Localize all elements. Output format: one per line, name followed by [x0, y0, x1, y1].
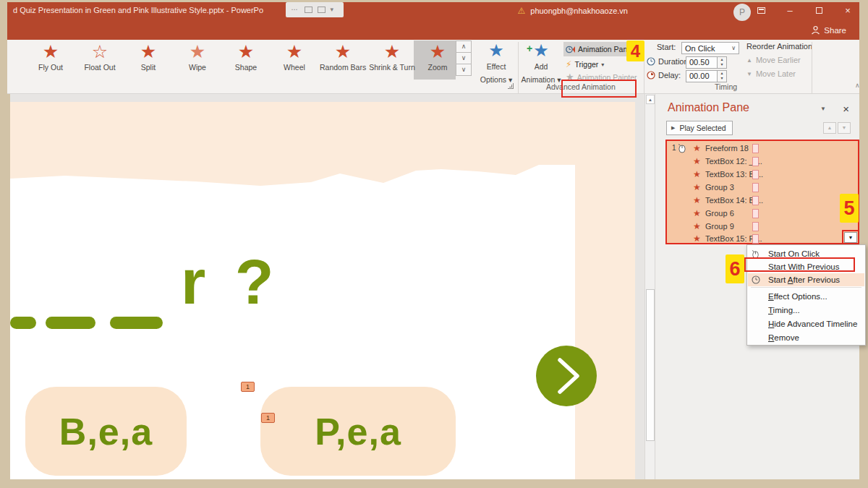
- animation-pane-button[interactable]: Animation Pane: [563, 42, 634, 56]
- timeline-bar[interactable]: [752, 183, 759, 192]
- start-label: Start:: [657, 43, 676, 51]
- share-button[interactable]: Share: [811, 25, 846, 35]
- pane-move-up-button[interactable]: ▲: [823, 122, 836, 134]
- grid-icon[interactable]: ⋯: [292, 7, 299, 13]
- pane-close-icon[interactable]: ×: [843, 103, 849, 115]
- reorder-header: Reorder Animation: [746, 42, 812, 51]
- menu-item-start-after-previous[interactable]: Start After Previous: [748, 273, 864, 286]
- ribbon-display-options-button[interactable]: [755, 5, 767, 16]
- duration-spinner[interactable]: 00.50 ▴▾: [686, 56, 727, 69]
- gallery-scroll-down-button[interactable]: ∨: [456, 52, 472, 64]
- answer-box-left[interactable]: B,e,a: [25, 387, 187, 476]
- gallery-item-random-bars[interactable]: ★ Random Bars: [320, 42, 366, 80]
- move-later-button[interactable]: ▼ Move Later: [746, 69, 812, 78]
- menu-item-effect-options[interactable]: Effect Options...: [748, 290, 864, 303]
- share-label: Share: [824, 26, 846, 35]
- gallery-item-split[interactable]: ★ Split: [125, 42, 171, 80]
- wheel-star-icon: ★: [271, 42, 318, 61]
- menu-item-remove[interactable]: Remove: [748, 331, 864, 344]
- avatar[interactable]: P: [733, 4, 751, 21]
- animation-number-badge[interactable]: 1: [261, 413, 275, 423]
- animation-pane-icon: [566, 45, 576, 54]
- gallery-item-fly-out[interactable]: ★ Fly Out: [27, 42, 74, 80]
- gallery-scroll-buttons: ∧ ∨ ∨: [456, 41, 472, 78]
- gallery-item-float-out[interactable]: ☆ Float Out: [77, 42, 123, 80]
- blank-dash: [110, 317, 163, 329]
- annotation-step-6: 6: [726, 254, 744, 283]
- animation-item[interactable]: ★ Group 9: [667, 221, 858, 234]
- question-text: r ?: [181, 245, 279, 319]
- delay-clock-icon: [647, 71, 655, 80]
- shape-star-icon: ★: [223, 42, 269, 61]
- star-icon: ★: [693, 208, 701, 218]
- animation-item[interactable]: ★ TextBox 14: B,...: [667, 194, 858, 207]
- timeline-bar[interactable]: [752, 234, 759, 244]
- duration-spin-buttons[interactable]: ▴▾: [718, 56, 727, 69]
- star-icon: ★: [693, 221, 701, 231]
- annotation-box-dropdown: [842, 230, 859, 245]
- timeline-bar[interactable]: [752, 157, 759, 166]
- animation-item[interactable]: 1 ★ Freeform 18: [667, 142, 858, 155]
- gallery-item-shrink-turn[interactable]: ★ Shrink & Turn: [369, 42, 415, 80]
- timeline-bar[interactable]: [752, 222, 759, 231]
- triangle-up-icon: ▲: [746, 57, 752, 64]
- timeline-bar[interactable]: [752, 196, 759, 205]
- menu-item-hide-advanced-timeline[interactable]: Hide Advanced Timeline: [748, 317, 864, 330]
- annotation-step-4: 4: [626, 40, 644, 61]
- close-button[interactable]: ×: [842, 5, 854, 16]
- delay-spinner[interactable]: 00.00 ▴▾: [686, 70, 727, 82]
- clock-icon: [752, 275, 760, 284]
- restore-icon: [816, 7, 822, 14]
- animation-item[interactable]: ★ Group 3: [667, 181, 858, 194]
- timeline-bar[interactable]: [752, 170, 759, 179]
- effect-options-star-icon: ★: [476, 41, 516, 59]
- annotation-box-start-with-previous: [744, 257, 855, 272]
- gallery-scroll-up-button[interactable]: ∧: [456, 40, 472, 53]
- pane-move-down-button[interactable]: ▼: [838, 122, 851, 134]
- menu-separator: [751, 287, 861, 288]
- timeline-bar[interactable]: [752, 144, 759, 153]
- move-earlier-button[interactable]: ▲ Move Earlier: [746, 56, 812, 64]
- next-arrow-button[interactable]: [536, 346, 597, 406]
- split-star-icon: ★: [125, 42, 171, 61]
- slide-canvas[interactable]: r ? B,e,a P,e,a 1 1: [10, 102, 635, 479]
- reorder-animation-group: Reorder Animation ▲ Move Earlier ▼ Move …: [746, 42, 812, 78]
- chevron-down-icon[interactable]: ▾: [331, 7, 339, 13]
- scrollbar-thumb[interactable]: [646, 289, 655, 441]
- menu-item-timing[interactable]: Timing...: [748, 304, 864, 317]
- effect-options-button[interactable]: ★ Effect Options ▾: [476, 41, 516, 82]
- start-dropdown[interactable]: On Click ∨: [681, 42, 739, 54]
- timeline-bar[interactable]: [752, 209, 759, 218]
- duration-clock-icon: [647, 57, 655, 66]
- trigger-button[interactable]: ⚡ Trigger ▾: [566, 59, 604, 69]
- gallery-item-shape[interactable]: ★ Shape: [223, 42, 269, 80]
- gallery-more-button[interactable]: ∨: [456, 64, 472, 76]
- delay-spin-buttons[interactable]: ▴▾: [718, 70, 727, 82]
- screen-icon[interactable]: [318, 7, 326, 13]
- collapse-ribbon-icon[interactable]: ∧: [855, 82, 860, 89]
- slide-scrollbar[interactable]: ▲: [644, 94, 655, 479]
- restore-button[interactable]: [813, 5, 825, 16]
- gallery-item-wipe[interactable]: ★ Wipe: [174, 42, 221, 80]
- add-animation-button[interactable]: ★+ Add Animation ▾: [521, 41, 561, 82]
- animation-item[interactable]: ★ Group 6: [667, 207, 858, 221]
- random-bars-star-icon: ★: [320, 42, 366, 61]
- chevron-down-icon: ∨: [731, 45, 736, 51]
- animation-item[interactable]: ★ TextBox 13: B,...: [667, 168, 858, 181]
- play-selected-button[interactable]: ▶ Play Selected: [666, 121, 733, 135]
- overlay-toolbar[interactable]: ⋯ ▾: [286, 2, 344, 17]
- account-info[interactable]: ⚠ phuongbh@nhakhoaoze.vn: [518, 6, 629, 16]
- blank-dash: [46, 317, 95, 329]
- animation-number-badge[interactable]: 1: [241, 382, 255, 392]
- duration-row: Duration:: [647, 57, 691, 66]
- dialog-launcher-icon[interactable]: [508, 83, 514, 89]
- pane-menu-chevron-icon[interactable]: ▼: [820, 106, 826, 112]
- overlay-icon[interactable]: [305, 7, 312, 13]
- play-icon: ▶: [671, 125, 675, 131]
- scrollbar-up-button[interactable]: ▲: [646, 95, 655, 104]
- gallery-item-wheel[interactable]: ★ Wheel: [271, 42, 318, 80]
- animation-item[interactable]: ★ TextBox 12: _ ...: [667, 155, 858, 168]
- gallery-item-zoom[interactable]: ★ Zoom: [414, 42, 461, 80]
- answer-box-right[interactable]: P,e,a: [260, 387, 456, 476]
- minimize-button[interactable]: –: [784, 5, 796, 16]
